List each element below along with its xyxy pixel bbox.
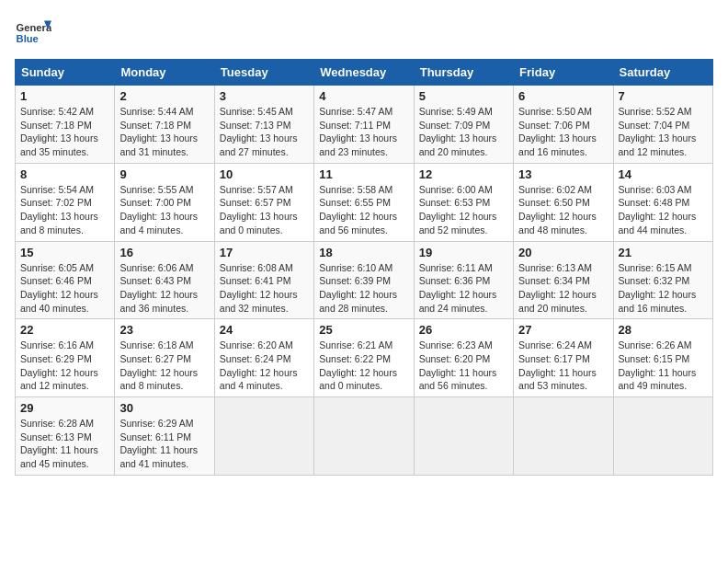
table-row: 18Sunrise: 6:10 AMSunset: 6:39 PMDayligh… (314, 241, 414, 319)
day-number: 12 (419, 167, 508, 181)
day-detail: Sunrise: 6:06 AMSunset: 6:43 PMDaylight:… (119, 261, 209, 316)
day-number: 17 (220, 246, 309, 259)
table-row: 19Sunrise: 6:11 AMSunset: 6:36 PMDayligh… (414, 241, 513, 319)
table-row: 22Sunrise: 6:16 AMSunset: 6:29 PMDayligh… (16, 319, 115, 397)
calendar-week-row: 15Sunrise: 6:05 AMSunset: 6:46 PMDayligh… (16, 241, 713, 319)
day-detail: Sunrise: 6:00 AMSunset: 6:53 PMDaylight:… (419, 183, 508, 237)
day-number: 13 (518, 167, 608, 181)
table-row: 28Sunrise: 6:26 AMSunset: 6:15 PMDayligh… (613, 319, 712, 397)
day-number: 28 (619, 323, 708, 337)
day-detail: Sunrise: 5:45 AMSunset: 7:13 PMDaylight:… (220, 105, 309, 159)
logo: General Blue (15, 15, 55, 52)
calendar-week-row: 22Sunrise: 6:16 AMSunset: 6:29 PMDayligh… (16, 319, 713, 397)
day-detail: Sunrise: 5:47 AMSunset: 7:11 PMDaylight:… (319, 105, 408, 159)
day-detail: Sunrise: 5:58 AMSunset: 6:55 PMDaylight:… (319, 183, 408, 237)
day-number: 2 (119, 89, 209, 103)
day-number: 19 (419, 246, 508, 259)
day-detail: Sunrise: 5:50 AMSunset: 7:06 PMDaylight:… (518, 105, 608, 159)
table-row: 11Sunrise: 5:58 AMSunset: 6:55 PMDayligh… (314, 163, 414, 241)
day-detail: Sunrise: 6:02 AMSunset: 6:50 PMDaylight:… (518, 183, 608, 237)
table-row: 9Sunrise: 5:55 AMSunset: 7:00 PMDaylight… (115, 163, 214, 241)
table-row: 2Sunrise: 5:44 AMSunset: 7:18 PMDaylight… (115, 86, 214, 164)
day-number: 23 (119, 323, 209, 337)
day-detail: Sunrise: 6:23 AMSunset: 6:20 PMDaylight:… (419, 339, 508, 393)
day-number: 30 (119, 401, 209, 415)
logo-icon: General Blue (15, 15, 51, 52)
day-number: 8 (20, 167, 109, 181)
day-detail: Sunrise: 6:08 AMSunset: 6:41 PMDaylight:… (220, 261, 309, 316)
table-row: 12Sunrise: 6:00 AMSunset: 6:53 PMDayligh… (414, 163, 513, 241)
table-row: 1Sunrise: 5:42 AMSunset: 7:18 PMDaylight… (16, 86, 115, 164)
weekday-header-thursday: Thursday (414, 60, 513, 86)
day-detail: Sunrise: 6:18 AMSunset: 6:27 PMDaylight:… (119, 339, 209, 393)
table-row: 10Sunrise: 5:57 AMSunset: 6:57 PMDayligh… (214, 163, 313, 241)
table-row: 20Sunrise: 6:13 AMSunset: 6:34 PMDayligh… (514, 241, 613, 319)
weekday-header-friday: Friday (514, 60, 613, 86)
day-detail: Sunrise: 6:20 AMSunset: 6:24 PMDaylight:… (220, 339, 309, 393)
day-detail: Sunrise: 6:16 AMSunset: 6:29 PMDaylight:… (20, 339, 109, 393)
day-number: 25 (319, 323, 408, 337)
day-number: 14 (619, 167, 708, 181)
table-row: 13Sunrise: 6:02 AMSunset: 6:50 PMDayligh… (514, 163, 613, 241)
day-detail: Sunrise: 6:11 AMSunset: 6:36 PMDaylight:… (419, 261, 508, 316)
header: General Blue (15, 15, 713, 52)
day-number: 4 (319, 89, 408, 103)
day-number: 16 (119, 246, 209, 259)
table-row (314, 397, 414, 476)
day-number: 11 (319, 167, 408, 181)
table-row: 4Sunrise: 5:47 AMSunset: 7:11 PMDaylight… (314, 86, 414, 164)
day-detail: Sunrise: 5:55 AMSunset: 7:00 PMDaylight:… (119, 183, 209, 237)
day-detail: Sunrise: 5:49 AMSunset: 7:09 PMDaylight:… (419, 105, 508, 159)
table-row: 25Sunrise: 6:21 AMSunset: 6:22 PMDayligh… (314, 319, 414, 397)
table-row (613, 397, 712, 476)
table-row: 15Sunrise: 6:05 AMSunset: 6:46 PMDayligh… (16, 241, 115, 319)
day-number: 1 (20, 89, 109, 103)
table-row: 16Sunrise: 6:06 AMSunset: 6:43 PMDayligh… (115, 241, 214, 319)
weekday-header-row: SundayMondayTuesdayWednesdayThursdayFrid… (16, 60, 713, 86)
table-row: 3Sunrise: 5:45 AMSunset: 7:13 PMDaylight… (214, 86, 313, 164)
day-number: 15 (20, 246, 109, 259)
day-detail: Sunrise: 5:54 AMSunset: 7:02 PMDaylight:… (20, 183, 109, 237)
day-number: 6 (518, 89, 608, 103)
svg-text:Blue: Blue (17, 33, 39, 44)
day-detail: Sunrise: 6:26 AMSunset: 6:15 PMDaylight:… (619, 339, 708, 393)
day-detail: Sunrise: 6:03 AMSunset: 6:48 PMDaylight:… (619, 183, 708, 237)
day-detail: Sunrise: 5:42 AMSunset: 7:18 PMDaylight:… (20, 105, 109, 159)
day-detail: Sunrise: 6:13 AMSunset: 6:34 PMDaylight:… (518, 261, 608, 316)
day-detail: Sunrise: 5:57 AMSunset: 6:57 PMDaylight:… (220, 183, 309, 237)
table-row (414, 397, 513, 476)
day-number: 29 (20, 401, 109, 415)
day-number: 26 (419, 323, 508, 337)
day-number: 18 (319, 246, 408, 259)
day-detail: Sunrise: 6:05 AMSunset: 6:46 PMDaylight:… (20, 261, 109, 316)
day-number: 20 (518, 246, 608, 259)
table-row (214, 397, 313, 476)
table-row: 8Sunrise: 5:54 AMSunset: 7:02 PMDaylight… (16, 163, 115, 241)
calendar-table: SundayMondayTuesdayWednesdayThursdayFrid… (15, 59, 713, 476)
table-row: 30Sunrise: 6:29 AMSunset: 6:11 PMDayligh… (115, 397, 214, 476)
weekday-header-tuesday: Tuesday (214, 60, 313, 86)
day-detail: Sunrise: 5:44 AMSunset: 7:18 PMDaylight:… (119, 105, 209, 159)
day-detail: Sunrise: 6:15 AMSunset: 6:32 PMDaylight:… (619, 261, 708, 316)
table-row: 27Sunrise: 6:24 AMSunset: 6:17 PMDayligh… (514, 319, 613, 397)
day-number: 10 (220, 167, 309, 181)
table-row: 5Sunrise: 5:49 AMSunset: 7:09 PMDaylight… (414, 86, 513, 164)
weekday-header-saturday: Saturday (613, 60, 712, 86)
day-number: 9 (119, 167, 209, 181)
day-number: 7 (619, 89, 708, 103)
day-detail: Sunrise: 6:28 AMSunset: 6:13 PMDaylight:… (20, 417, 109, 471)
table-row: 7Sunrise: 5:52 AMSunset: 7:04 PMDaylight… (613, 86, 712, 164)
table-row: 26Sunrise: 6:23 AMSunset: 6:20 PMDayligh… (414, 319, 513, 397)
day-number: 24 (220, 323, 309, 337)
table-row: 29Sunrise: 6:28 AMSunset: 6:13 PMDayligh… (16, 397, 115, 476)
table-row: 6Sunrise: 5:50 AMSunset: 7:06 PMDaylight… (514, 86, 613, 164)
day-number: 22 (20, 323, 109, 337)
table-row: 24Sunrise: 6:20 AMSunset: 6:24 PMDayligh… (214, 319, 313, 397)
table-row: 17Sunrise: 6:08 AMSunset: 6:41 PMDayligh… (214, 241, 313, 319)
day-number: 27 (518, 323, 608, 337)
table-row: 14Sunrise: 6:03 AMSunset: 6:48 PMDayligh… (613, 163, 712, 241)
calendar-week-row: 29Sunrise: 6:28 AMSunset: 6:13 PMDayligh… (16, 397, 713, 476)
day-detail: Sunrise: 6:10 AMSunset: 6:39 PMDaylight:… (319, 261, 408, 316)
day-detail: Sunrise: 6:24 AMSunset: 6:17 PMDaylight:… (518, 339, 608, 393)
weekday-header-wednesday: Wednesday (314, 60, 414, 86)
